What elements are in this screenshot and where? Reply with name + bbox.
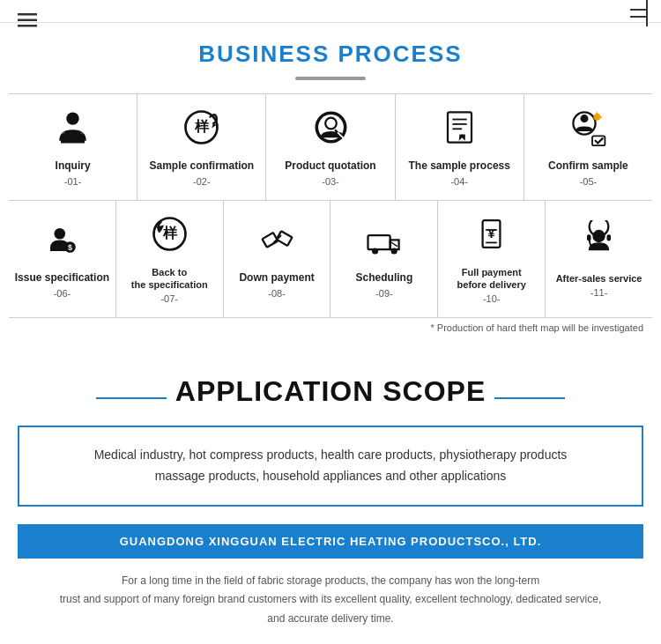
confirm-sample-num: -05- [580,176,598,187]
svg-point-3 [66,112,78,124]
quotation-icon [311,107,351,152]
process-item-aftersales: After-sales service -11- [546,201,652,318]
process-item-sample-confirmation: 样 Sample confirmation -02- [137,94,266,200]
down-payment-label: Down payment [239,271,314,285]
business-process-title: BUSINESS PROCESS [9,41,652,68]
app-title-line-left [96,397,167,399]
process-item-down-payment: Down payment -08- [224,201,331,318]
application-scope-box: Medical industry, hot compress products,… [18,426,643,507]
payment-icon [257,219,297,264]
spec-icon: $ [42,219,82,264]
process-item-product-quotation: Product quotation -03- [266,94,395,200]
issue-spec-num: -06- [54,288,71,299]
back-spec-label: Back to the specification [131,266,208,292]
process-icon [440,107,479,152]
svg-text:样: 样 [194,118,210,134]
process-grid: Inquiry -01- 样 Sample confirmation -02- [9,93,652,318]
process-item-full-payment: ¥ Full payment before delivery -10- [438,201,546,318]
sample-process-label: The sample process [409,159,510,174]
inquiry-label: Inquiry [56,159,91,174]
product-quotation-num: -03- [322,176,339,187]
inquiry-num: -01- [64,176,82,187]
svg-rect-38 [607,234,612,241]
sample-process-num: -04- [450,176,468,187]
svg-point-30 [391,248,397,254]
application-scope-title: APPLICATION SCOPE [175,375,486,408]
svg-rect-0 [18,13,37,16]
product-quotation-label: Product quotation [285,159,375,174]
svg-rect-1 [18,19,37,22]
process-item-issue-spec: $ Issue specification -06- [9,201,116,318]
company-desc-line2: trust and support of many foreign brand … [18,590,643,610]
process-item-scheduling: Scheduling -09- [330,201,438,318]
person-icon [53,107,93,152]
sample-confirmation-label: Sample confirmation [149,159,254,174]
header [0,0,661,23]
full-pay-icon: ¥ [472,214,511,259]
company-description: For a long time in the field of fabric s… [18,572,643,629]
business-process-section: BUSINESS PROCESS Inquiry -01- [0,23,661,349]
svg-point-20 [54,228,65,240]
aftersales-label: After-sales service [556,272,642,285]
process-note: * Production of hard theft map will be i… [9,318,652,340]
down-payment-num: -08- [268,288,286,299]
svg-text:¥: ¥ [488,226,495,241]
svg-rect-28 [368,235,390,249]
svg-rect-2 [18,25,37,27]
process-item-sample-process: The sample process -04- [396,94,524,200]
process-row-2: $ Issue specification -06- 样 Back to the… [9,201,652,319]
sample-icon: 样 [182,107,221,152]
process-item-inquiry: Inquiry -01- [9,94,137,200]
confirm-icon [568,107,608,152]
headset-icon [579,220,619,265]
application-text-line2: massage products, household appliances a… [46,466,615,487]
company-desc-line3: and accurate delivery time. [18,610,643,629]
app-title-line-right [494,397,565,399]
app-title-container: APPLICATION SCOPE [18,375,643,421]
aftersales-num: -11- [590,287,608,298]
confirm-sample-label: Confirm sample [548,159,628,174]
issue-spec-label: Issue specification [15,271,109,285]
back-spec-num: -07- [160,293,178,304]
scheduling-label: Scheduling [356,271,413,285]
menu-icon[interactable] [18,13,37,31]
company-desc-line1: For a long time in the field of fabric s… [18,572,643,591]
back-spec-icon: 样 [150,214,189,259]
corner-br-decoration [630,0,648,18]
truck-icon [364,219,404,264]
application-scope-section: APPLICATION SCOPE Medical industry, hot … [0,349,661,644]
full-payment-label: Full payment before delivery [457,266,526,292]
title-underline [295,77,366,80]
svg-text:样: 样 [161,225,177,241]
process-item-back-spec: 样 Back to the specification -07- [116,201,224,318]
svg-point-29 [372,248,378,254]
svg-point-16 [580,115,588,122]
svg-text:$: $ [68,243,72,252]
process-row-1: Inquiry -01- 样 Sample confirmation -02- [9,94,652,201]
sample-confirmation-num: -02- [193,176,211,187]
process-item-confirm-sample: Confirm sample -05- [524,94,652,200]
scheduling-num: -09- [375,288,393,299]
company-banner: GUANGDONG XINGGUAN ELECTRIC HEATING PROD… [18,524,643,559]
application-text-line1: Medical industry, hot compress products,… [46,445,615,466]
full-payment-num: -10- [483,293,501,304]
